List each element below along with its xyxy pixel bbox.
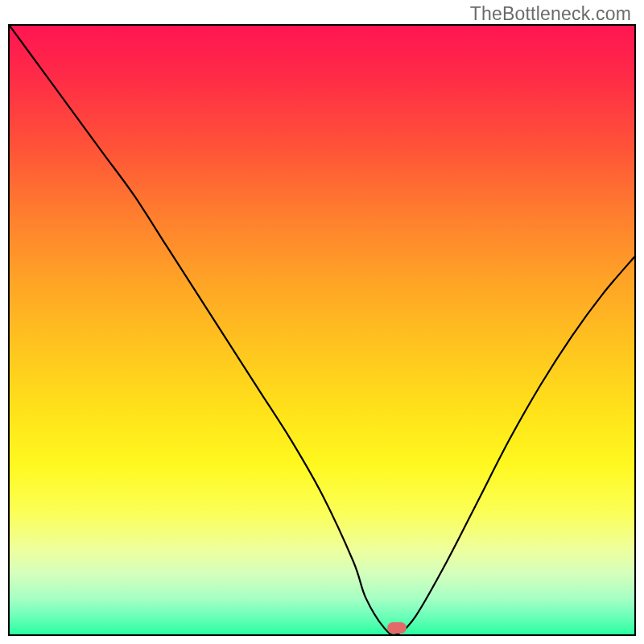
watermark-text: TheBottleneck.com bbox=[470, 3, 631, 25]
plot-area bbox=[8, 24, 636, 636]
chart-frame: TheBottleneck.com bbox=[0, 0, 644, 644]
optimal-point-marker bbox=[387, 622, 407, 634]
bottleneck-curve bbox=[10, 26, 634, 634]
